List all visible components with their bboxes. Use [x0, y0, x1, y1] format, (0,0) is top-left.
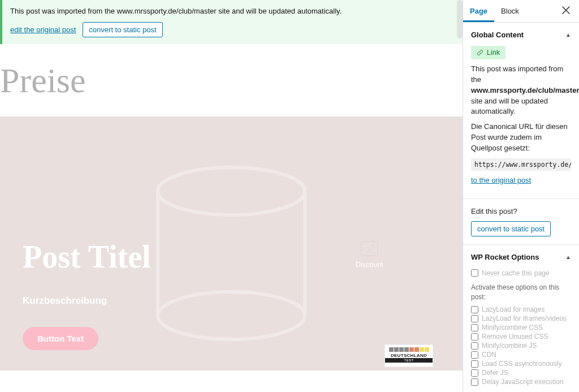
page-title[interactable]: Preise	[0, 44, 463, 117]
never-cache-checkbox[interactable]: Never cache this page	[471, 269, 571, 277]
hero-block[interactable]: Discount Post Titel Kurzbeschreibung But…	[0, 117, 463, 371]
hero-title[interactable]: Post Titel	[23, 239, 260, 275]
activate-label: Activate these options on this post:	[471, 283, 571, 303]
editor-scrollbar[interactable]	[457, 0, 463, 38]
close-icon	[562, 6, 570, 14]
editor-canvas[interactable]: Preise Discount	[0, 44, 463, 392]
panel-global-content: Global Content ▲ Link This post was impo…	[463, 23, 579, 199]
image-placeholder-icon	[361, 241, 378, 256]
edit-post-label: Edit this post?	[471, 207, 571, 216]
canonical-url-code[interactable]: https://www.mrssporty.de/clubmas	[471, 158, 571, 171]
hero-subtitle[interactable]: Kurzbeschreibung	[23, 295, 260, 307]
wprocket-option[interactable]: LazyLoad for images	[471, 305, 571, 313]
wprocket-option[interactable]: Load CSS asynchronously	[471, 360, 571, 368]
hero-cta-button[interactable]: Button Text	[23, 327, 98, 350]
global-para1: This post was imported from the www.mrss…	[471, 64, 571, 117]
notice-actions: edit the original post convert to static…	[10, 22, 455, 37]
global-para2: Die Canonical URL für diesen Post wurde …	[471, 122, 571, 154]
link-chip[interactable]: Link	[471, 46, 505, 59]
convert-static-button[interactable]: convert to static post	[83, 22, 162, 37]
import-notice: This post was imported from the www.mrss…	[0, 0, 463, 44]
link-icon	[477, 49, 483, 56]
wprocket-option[interactable]: Delay JavaScript execution	[471, 378, 571, 386]
notice-text: This post was imported from the www.mrss…	[10, 7, 455, 15]
wprocket-option[interactable]: Minify/combine JS	[471, 342, 571, 350]
edit-original-link[interactable]: edit the original post	[10, 25, 76, 34]
sidebar-convert-button[interactable]: convert to static post	[471, 221, 551, 236]
caret-up-icon: ▲	[565, 32, 571, 38]
wprocket-option[interactable]: Minify/combine CSS	[471, 324, 571, 331]
tab-page[interactable]: Page	[463, 0, 494, 22]
discount-label: Discount	[356, 261, 383, 269]
discount-placeholder[interactable]: Discount	[356, 241, 383, 269]
panel-wp-rocket: WP Rocket Options ▲ Never cache this pag…	[463, 245, 579, 392]
close-sidebar-button[interactable]	[556, 2, 576, 20]
wprocket-option[interactable]: Remove Unused CSS	[471, 333, 571, 341]
panel-edit-post: Edit this post? convert to static post	[463, 199, 579, 245]
tab-block[interactable]: Block	[494, 0, 526, 22]
panel-toggle-global[interactable]: Global Content ▲	[471, 31, 571, 39]
caret-up-icon: ▲	[565, 254, 571, 260]
wprocket-option[interactable]: Defer JS	[471, 369, 571, 377]
badge-image[interactable]: DEUTSCHLAND TEST	[384, 344, 433, 367]
wprocket-option[interactable]: CDN	[471, 351, 571, 359]
original-post-link[interactable]: to the original post	[471, 176, 531, 184]
wprocket-option[interactable]: LazyLoad for iframes/videos	[471, 315, 571, 322]
panel-toggle-wprocket[interactable]: WP Rocket Options ▲	[471, 253, 571, 261]
settings-sidebar: Page Block Global Content ▲ Link This po…	[463, 0, 579, 392]
sidebar-tabs: Page Block	[463, 0, 579, 23]
